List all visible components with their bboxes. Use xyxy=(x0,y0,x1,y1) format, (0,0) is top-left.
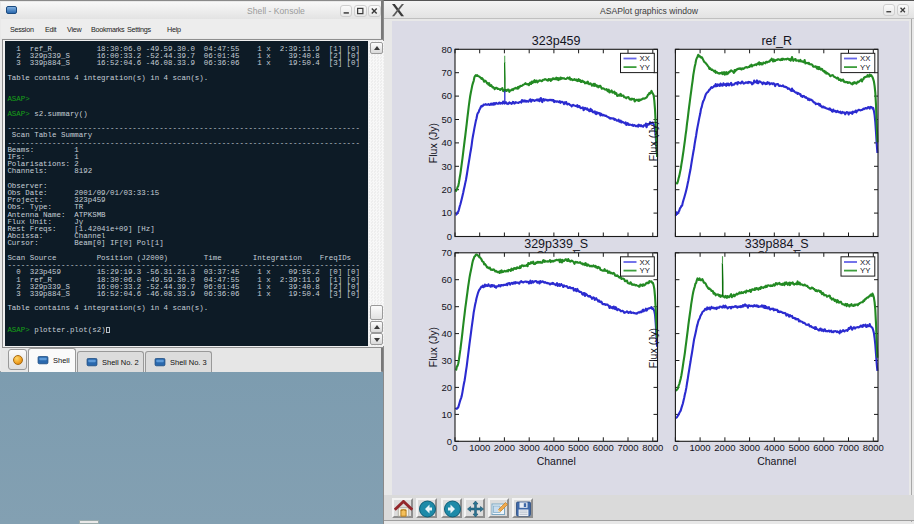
svg-text:YY: YY xyxy=(640,266,651,275)
svg-text:20: 20 xyxy=(441,184,452,195)
svg-text:323p459: 323p459 xyxy=(532,34,581,48)
svg-text:1000: 1000 xyxy=(690,442,711,453)
svg-text:30: 30 xyxy=(441,161,452,172)
svg-text:5000: 5000 xyxy=(568,442,589,453)
svg-text:2000: 2000 xyxy=(494,442,515,453)
svg-text:6000: 6000 xyxy=(593,442,614,453)
svg-text:4000: 4000 xyxy=(543,442,564,453)
svg-text:40: 40 xyxy=(441,137,452,148)
svg-text:YY: YY xyxy=(640,63,651,72)
svg-text:20: 20 xyxy=(441,382,452,393)
svg-text:70: 70 xyxy=(441,67,452,78)
svg-text:0: 0 xyxy=(447,231,452,242)
svg-text:Flux (Jy): Flux (Jy) xyxy=(427,327,439,367)
svg-text:1000: 1000 xyxy=(469,442,490,453)
svg-text:80: 80 xyxy=(441,44,452,55)
svg-text:Channel: Channel xyxy=(537,455,576,467)
svg-text:YY: YY xyxy=(860,266,871,275)
svg-text:70: 70 xyxy=(441,247,452,258)
svg-text:50: 50 xyxy=(441,114,452,125)
svg-text:7000: 7000 xyxy=(838,442,859,453)
svg-text:ref_R: ref_R xyxy=(761,34,792,48)
svg-text:Flux (Jy): Flux (Jy) xyxy=(647,328,659,368)
svg-text:5000: 5000 xyxy=(789,442,810,453)
svg-text:7000: 7000 xyxy=(617,442,638,453)
svg-text:3000: 3000 xyxy=(519,442,540,453)
svg-text:60: 60 xyxy=(441,90,452,101)
svg-text:10: 10 xyxy=(441,409,452,420)
svg-text:40: 40 xyxy=(441,328,452,339)
svg-text:8000: 8000 xyxy=(863,442,884,453)
svg-text:8000: 8000 xyxy=(642,442,663,453)
svg-text:30: 30 xyxy=(441,355,452,366)
svg-text:Channel: Channel xyxy=(757,455,796,467)
svg-text:60: 60 xyxy=(441,274,452,285)
svg-text:Flux (Jy): Flux (Jy) xyxy=(647,121,659,161)
svg-text:Flux (Jy): Flux (Jy) xyxy=(427,123,439,163)
svg-text:3000: 3000 xyxy=(739,442,760,453)
svg-text:329p339_S: 329p339_S xyxy=(524,237,588,251)
svg-text:2000: 2000 xyxy=(714,442,735,453)
svg-text:YY: YY xyxy=(860,63,871,72)
svg-text:0: 0 xyxy=(673,442,678,453)
svg-text:4000: 4000 xyxy=(764,442,785,453)
svg-text:0: 0 xyxy=(447,436,452,447)
svg-text:6000: 6000 xyxy=(813,442,834,453)
svg-text:0: 0 xyxy=(452,442,457,453)
svg-text:50: 50 xyxy=(441,301,452,312)
svg-text:339p884_S: 339p884_S xyxy=(745,237,809,251)
svg-text:10: 10 xyxy=(441,207,452,218)
